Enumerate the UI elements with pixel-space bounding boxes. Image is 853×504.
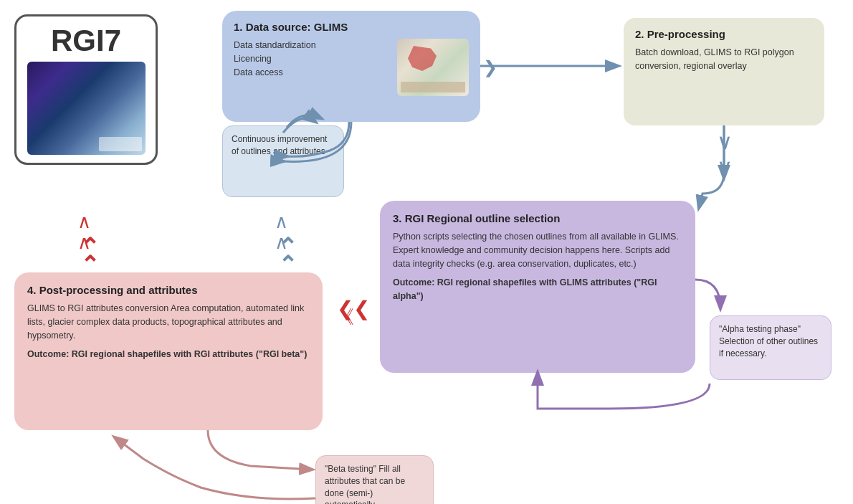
rgi7-title: RGI7	[51, 24, 121, 58]
box2-preprocessing: 2. Pre-processing Batch download, GLIMS …	[624, 18, 824, 125]
box1-image	[397, 39, 469, 96]
box1-data-source: 1. Data source: GLIMS Data standardizati…	[222, 11, 480, 122]
box1-line1: Data standardization	[234, 39, 390, 52]
rgi7-map	[27, 62, 146, 155]
chevron-right-box1-box2: ❯	[483, 57, 497, 77]
arrow-beta-to-box4	[115, 437, 315, 499]
box1-title: 1. Data source: GLIMS	[234, 21, 469, 33]
box1-inner: Data standardization Licencing Data acce…	[234, 39, 469, 96]
box4-text: GLIMS to RGI attributes conversion Area …	[27, 302, 310, 342]
red-double-up-1: ∧∧	[77, 211, 91, 252]
box3-outcome: Outcome: RGI regional shapefiles with GL…	[393, 276, 682, 303]
alpha-testing-box: "Alpha testing phase" Selection of other…	[710, 315, 831, 380]
arrow-down-box2: ∨∨	[717, 129, 733, 179]
box3-text: Python scripts selecting the chosen outl…	[393, 230, 682, 270]
arrow-alpha-to-box3	[538, 373, 710, 409]
box1-content: Data standardization Licencing Data acce…	[234, 39, 390, 96]
box4-postprocessing: 4. Post-processing and attributes GLIMS …	[14, 272, 323, 430]
box3-regional-outline: 3. RGI Regional outline selection Python…	[380, 201, 695, 373]
continuous-text: Continuous improvement of outlines and a…	[232, 134, 327, 156]
alpha-text: "Alpha testing phase" Selection of other…	[719, 324, 818, 358]
arrow-box4-to-beta	[208, 430, 312, 470]
arrow-box3-to-alpha	[695, 280, 720, 308]
box4-outcome: Outcome: RGI regional shapefiles with RG…	[27, 348, 310, 361]
box2-title: 2. Pre-processing	[635, 28, 813, 40]
box4-outcome-text: Outcome: RGI regional shapefiles with RG…	[27, 349, 307, 359]
box1-line2: Licencing	[234, 52, 390, 66]
box1-line3: Data access	[234, 66, 390, 80]
box4-title: 4. Post-processing and attributes	[27, 284, 310, 296]
continuous-improvement-box: Continuous improvement of outlines and a…	[222, 125, 344, 197]
red-double-left: 《	[335, 305, 354, 330]
blue-double-up-1: ∧∧	[275, 211, 288, 252]
diagram-container: RGI7 1. Data source: GLIMS Data standard…	[0, 0, 853, 504]
box3-outcome-text: Outcome: RGI regional shapefiles with GL…	[393, 277, 657, 301]
box3-title: 3. RGI Regional outline selection	[393, 212, 682, 224]
beta-testing-box: "Beta testing" Fill all attributes that …	[315, 455, 434, 504]
beta-text: "Beta testing" Fill all attributes that …	[325, 464, 405, 504]
box2-text: Batch download, GLIMS to RGI polygon con…	[635, 46, 813, 73]
rgi7-box: RGI7	[14, 14, 158, 165]
